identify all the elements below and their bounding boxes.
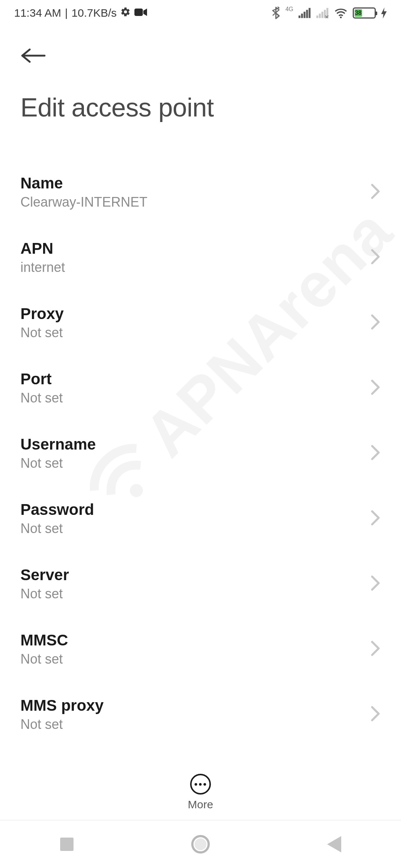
setting-value: Not set bbox=[20, 521, 94, 536]
svg-rect-7 bbox=[319, 14, 321, 18]
status-separator: | bbox=[65, 7, 68, 19]
back-button[interactable] bbox=[20, 45, 50, 67]
battery-level: 38 bbox=[355, 9, 362, 17]
svg-rect-0 bbox=[134, 9, 143, 16]
bluetooth-icon bbox=[271, 7, 280, 19]
video-camera-icon bbox=[134, 7, 147, 19]
chevron-right-icon bbox=[370, 706, 381, 723]
setting-item-mmsc[interactable]: MMSC Not set bbox=[0, 617, 401, 682]
setting-item-apn[interactable]: APN internet bbox=[0, 225, 401, 290]
back-nav-button[interactable] bbox=[323, 833, 345, 855]
setting-label: MMS proxy bbox=[20, 697, 104, 714]
square-icon bbox=[60, 838, 74, 851]
more-icon bbox=[190, 774, 211, 795]
svg-rect-2 bbox=[301, 14, 303, 18]
svg-rect-9 bbox=[324, 10, 326, 18]
setting-label: Username bbox=[20, 435, 96, 453]
signal-strength-secondary-icon bbox=[316, 8, 329, 18]
chevron-right-icon bbox=[370, 575, 381, 593]
setting-label: Server bbox=[20, 566, 69, 584]
svg-rect-8 bbox=[322, 12, 323, 18]
setting-value: Not set bbox=[20, 586, 69, 602]
status-time: 11:34 AM bbox=[14, 7, 61, 19]
setting-value: Clearway-INTERNET bbox=[20, 194, 147, 210]
setting-value: Not set bbox=[20, 390, 63, 406]
settings-gear-icon bbox=[120, 7, 131, 20]
status-bar: 11:34 AM | 10.7KB/s 4G 38 bbox=[0, 0, 401, 26]
home-button[interactable] bbox=[189, 833, 212, 855]
setting-item-username[interactable]: Username Not set bbox=[0, 421, 401, 486]
header: Edit access point bbox=[0, 26, 401, 130]
chevron-right-icon bbox=[370, 640, 381, 658]
settings-list: APNArena Name Clearway-INTERNET APN inte… bbox=[0, 130, 401, 779]
svg-rect-6 bbox=[316, 16, 318, 18]
more-label: More bbox=[188, 798, 213, 811]
setting-label: Password bbox=[20, 501, 94, 519]
svg-rect-5 bbox=[309, 8, 310, 18]
setting-value: Not set bbox=[20, 717, 104, 732]
charging-bolt-icon bbox=[381, 7, 387, 19]
setting-label: Name bbox=[20, 174, 147, 192]
system-nav-bar bbox=[0, 821, 401, 868]
setting-value: Not set bbox=[20, 651, 68, 667]
recent-apps-button[interactable] bbox=[56, 833, 78, 855]
chevron-right-icon bbox=[370, 183, 381, 201]
circle-icon bbox=[191, 835, 210, 854]
setting-value: Not set bbox=[20, 325, 64, 341]
setting-label: Port bbox=[20, 370, 63, 388]
more-button[interactable]: More bbox=[188, 774, 213, 811]
svg-point-11 bbox=[340, 17, 342, 18]
bottom-toolbar: More bbox=[0, 765, 401, 821]
battery-icon: 38 bbox=[353, 7, 376, 19]
setting-item-mms-proxy[interactable]: MMS proxy Not set bbox=[0, 682, 401, 747]
setting-item-proxy[interactable]: Proxy Not set bbox=[0, 290, 401, 355]
back-arrow-icon bbox=[20, 48, 46, 63]
svg-rect-3 bbox=[304, 12, 306, 18]
setting-label: MMSC bbox=[20, 631, 68, 649]
chevron-right-icon bbox=[370, 314, 381, 332]
network-4g-label: 4G bbox=[286, 6, 293, 13]
status-bar-right: 4G 38 bbox=[271, 7, 387, 19]
chevron-right-icon bbox=[370, 379, 381, 397]
signal-strength-icon bbox=[299, 8, 311, 18]
chevron-right-icon bbox=[370, 510, 381, 527]
chevron-right-icon bbox=[370, 444, 381, 462]
status-bar-left: 11:34 AM | 10.7KB/s bbox=[14, 7, 147, 20]
setting-label: APN bbox=[20, 240, 65, 257]
setting-item-password[interactable]: Password Not set bbox=[0, 486, 401, 551]
setting-item-name[interactable]: Name Clearway-INTERNET bbox=[0, 160, 401, 225]
status-data-speed: 10.7KB/s bbox=[72, 7, 117, 19]
setting-item-port[interactable]: Port Not set bbox=[0, 355, 401, 421]
setting-item-server[interactable]: Server Not set bbox=[0, 551, 401, 617]
chevron-right-icon bbox=[370, 249, 381, 266]
svg-rect-1 bbox=[299, 16, 300, 18]
page-title: Edit access point bbox=[20, 93, 381, 122]
setting-label: Proxy bbox=[20, 305, 64, 323]
setting-value: Not set bbox=[20, 456, 96, 471]
setting-value: internet bbox=[20, 260, 65, 275]
wifi-icon bbox=[334, 8, 348, 18]
triangle-icon bbox=[327, 836, 341, 852]
svg-rect-4 bbox=[306, 10, 308, 18]
